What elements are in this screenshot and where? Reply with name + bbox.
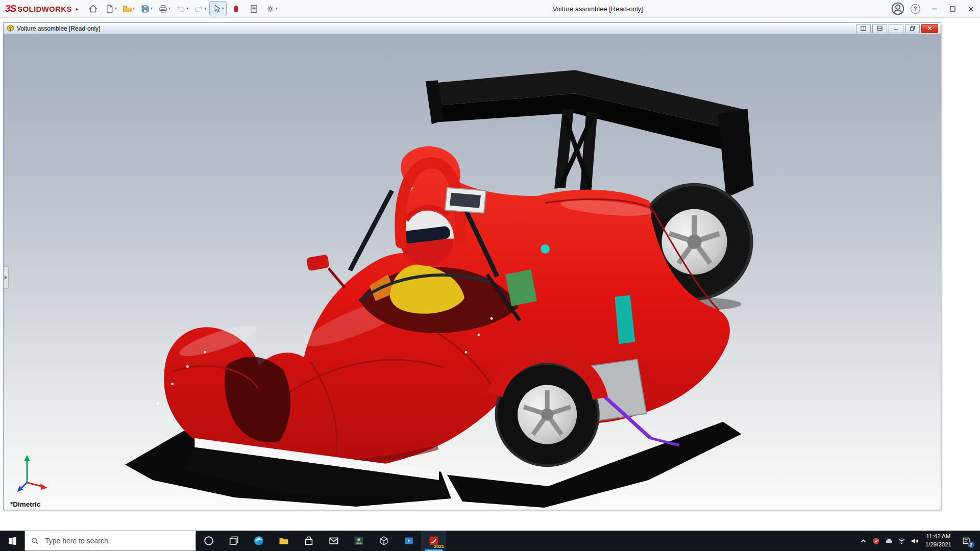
mail-icon xyxy=(328,535,339,546)
account-button[interactable] xyxy=(890,2,905,16)
app-maximize-button[interactable] xyxy=(943,0,962,17)
store-app-button[interactable] xyxy=(296,531,321,551)
home-icon xyxy=(88,4,98,14)
restore-icon xyxy=(910,26,915,31)
new-document-icon xyxy=(105,4,114,14)
task-view-button[interactable] xyxy=(221,531,246,551)
action-center-button[interactable]: 2 xyxy=(956,531,976,551)
taskbar-clock[interactable]: 11:42 AM 1/29/2021 xyxy=(921,533,956,548)
graphics-viewport[interactable]: *Dimetric xyxy=(4,34,941,510)
home-button[interactable] xyxy=(85,2,101,16)
account-icon xyxy=(890,1,905,16)
task-view-icon xyxy=(228,535,239,546)
save-icon xyxy=(140,4,150,14)
windows-logo-icon xyxy=(8,536,17,546)
feature-manager-splitter-handle[interactable] xyxy=(4,266,9,289)
app-window-title: Voiture assomblee [Read-only] xyxy=(553,5,643,13)
start-button[interactable] xyxy=(0,531,24,551)
select-arrow-icon xyxy=(212,4,222,14)
app-minimize-button[interactable] xyxy=(925,0,943,17)
3d-cube-icon xyxy=(378,535,389,546)
taskbar-search[interactable] xyxy=(24,531,196,551)
windows-taskbar: 2021 11:42 AM 1/29/2021 2 xyxy=(0,531,980,551)
app-close-button[interactable] xyxy=(962,0,980,17)
solidworks-year-badge: 2021 xyxy=(434,544,444,549)
search-input[interactable] xyxy=(44,536,190,545)
caret-down-icon[interactable]: ▾ xyxy=(133,7,135,11)
split-pane-horizontal-icon xyxy=(877,26,883,31)
edge-app-button[interactable] xyxy=(246,531,271,551)
solidworks-app-button[interactable]: 2021 xyxy=(421,531,446,551)
doc-minimize-button[interactable] xyxy=(889,24,903,33)
help-icon: ? xyxy=(911,4,920,14)
print-button[interactable]: ▾ xyxy=(156,2,173,16)
race-car-3d-model xyxy=(4,34,941,510)
tray-network-button[interactable] xyxy=(895,531,908,551)
cortana-button[interactable] xyxy=(196,531,221,551)
edge-icon xyxy=(253,535,264,546)
brand-name: SOLIDWORKS xyxy=(17,5,71,13)
select-tool-button[interactable]: ▾ xyxy=(210,2,226,16)
doc-restore-button[interactable] xyxy=(905,24,920,33)
shield-icon xyxy=(872,537,880,545)
tray-onedrive-button[interactable] xyxy=(883,531,895,551)
chevron-up-icon xyxy=(860,537,867,545)
open-button[interactable]: ▾ xyxy=(120,2,137,16)
volume-icon xyxy=(911,537,918,545)
caret-down-icon[interactable]: ▾ xyxy=(276,7,278,11)
caret-down-icon[interactable]: ▾ xyxy=(222,7,224,11)
new-document-button[interactable]: ▾ xyxy=(103,2,119,16)
tray-security-button[interactable] xyxy=(870,531,883,551)
notification-count-badge: 2 xyxy=(968,541,974,548)
view-orientation-label: *Dimetric xyxy=(10,500,40,508)
save-button[interactable]: ▾ xyxy=(138,2,155,16)
system-tray: 11:42 AM 1/29/2021 2 xyxy=(857,531,980,551)
clock-date: 1/29/2021 xyxy=(925,541,951,549)
document-window: Voiture assomblee [Read-only] xyxy=(3,22,941,510)
open-folder-icon xyxy=(122,4,132,14)
undo-button[interactable]: ▾ xyxy=(174,2,190,16)
tray-volume-button[interactable] xyxy=(908,531,921,551)
movies-app-button[interactable] xyxy=(396,531,421,551)
options-button[interactable]: ▾ xyxy=(263,2,280,16)
doc-close-button[interactable] xyxy=(921,24,938,33)
caret-down-icon[interactable]: ▾ xyxy=(186,7,188,11)
mouse-gestures-button[interactable] xyxy=(228,2,244,16)
3d-viewer-app-button[interactable] xyxy=(371,531,396,551)
gear-icon xyxy=(265,4,275,14)
caret-down-icon[interactable]: ▾ xyxy=(204,7,206,11)
help-button[interactable]: ? xyxy=(908,2,923,16)
search-icon xyxy=(31,537,39,545)
caret-down-icon[interactable]: ▾ xyxy=(151,7,153,11)
caret-down-icon[interactable]: ▾ xyxy=(168,7,170,11)
minimize-icon xyxy=(893,26,899,31)
store-icon xyxy=(303,535,314,546)
coordinate-triad-icon xyxy=(14,452,55,496)
mouse-icon xyxy=(231,4,241,14)
properties-sheet-icon xyxy=(249,4,259,14)
document-title: Voiture assomblee [Read-only] xyxy=(17,25,100,32)
pane-split-vertical-button[interactable] xyxy=(856,24,871,33)
movies-icon xyxy=(403,535,414,546)
assembly-document-icon xyxy=(7,24,14,32)
undo-icon xyxy=(176,4,186,14)
cortana-icon xyxy=(203,535,214,546)
document-titlebar[interactable]: Voiture assomblee [Read-only] xyxy=(4,23,941,34)
redo-button[interactable]: ▾ xyxy=(192,2,208,16)
cloud-icon xyxy=(885,537,893,545)
redo-icon xyxy=(194,4,204,14)
close-icon xyxy=(968,6,974,12)
print-icon xyxy=(158,4,168,14)
file-explorer-button[interactable] xyxy=(271,531,296,551)
photos-app-button[interactable] xyxy=(346,531,371,551)
pane-split-horizontal-button[interactable] xyxy=(872,24,887,33)
solidworks-logo: 3S SOLIDWORKS xyxy=(5,3,72,14)
toolbar-expand-arrow-icon[interactable]: ▸ xyxy=(76,6,79,12)
document-properties-button[interactable] xyxy=(246,2,262,16)
caret-down-icon[interactable]: ▾ xyxy=(115,7,117,11)
photos-icon xyxy=(353,535,364,546)
close-icon xyxy=(927,26,933,31)
tray-chevron-button[interactable] xyxy=(857,531,870,551)
maximize-icon xyxy=(950,6,955,12)
mail-app-button[interactable] xyxy=(321,531,346,551)
